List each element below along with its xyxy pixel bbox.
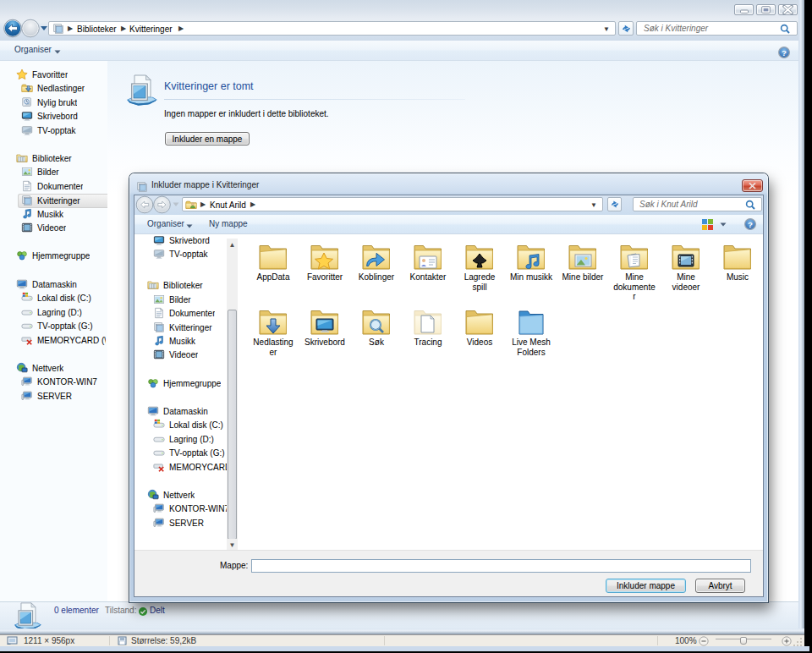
svg-text:?: ? xyxy=(748,220,753,229)
svg-text:?: ? xyxy=(782,48,787,58)
